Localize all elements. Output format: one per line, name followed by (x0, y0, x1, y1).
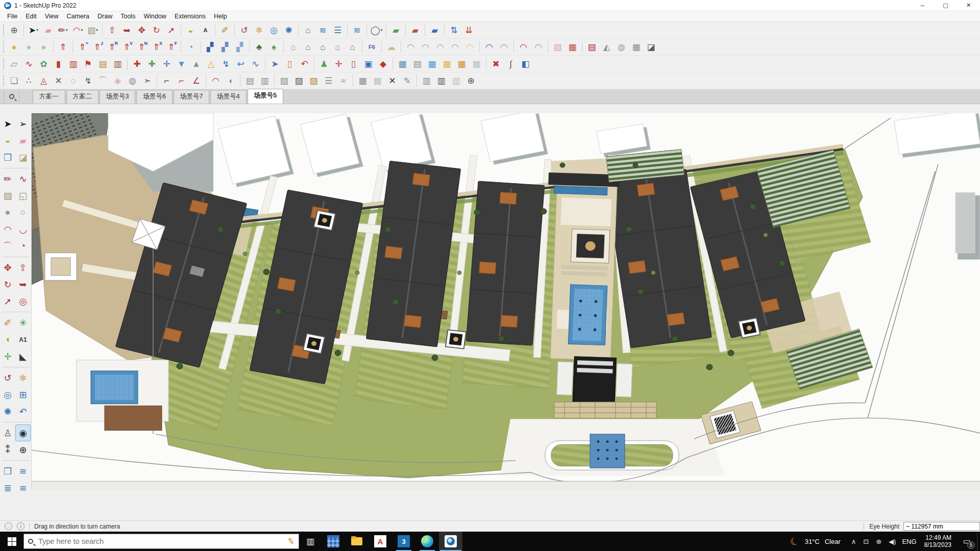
grid-white-icon[interactable]: ▦ (470, 57, 483, 71)
menu-window[interactable]: Window (139, 12, 170, 21)
polygon-tool[interactable]: ○ (15, 204, 31, 221)
waves-tool-icon[interactable]: ≈ (336, 74, 350, 88)
toolbar-drag-handle[interactable] (3, 58, 5, 70)
curve-gray-icon[interactable]: ◠ (497, 40, 511, 54)
lift-f-icon[interactable]: ⇑F (164, 40, 178, 54)
two-point-arc-tool[interactable]: ◡ (15, 221, 31, 238)
arrow-path-icon[interactable]: ➣ (140, 74, 154, 88)
follow-me-icon[interactable]: ➥ (120, 23, 134, 37)
walk-tool[interactable]: ⁑ (0, 441, 15, 458)
maximize-button[interactable]: ▢ (934, 0, 957, 11)
show-desktop-button[interactable] (977, 532, 980, 551)
menu-file[interactable]: File (3, 12, 21, 21)
select-tool[interactable]: ➤ (0, 115, 15, 132)
freehand-tool[interactable]: ∿ (15, 170, 31, 187)
stairs-3d-icon[interactable]: ▤ (410, 57, 424, 71)
component-tool[interactable]: ❒ (0, 149, 15, 166)
zoom-tool[interactable]: ◎ (0, 386, 15, 403)
wave-blue-icon[interactable]: ∿ (249, 57, 262, 71)
curve-blue-icon[interactable]: ◠ (482, 40, 496, 54)
rectangle-icon[interactable]: ▧▾ (86, 23, 100, 37)
tape-measure-icon[interactable]: ✐ (218, 23, 232, 37)
zoom-tool-icon[interactable]: ⊕ (7, 23, 21, 37)
grid-blue-icon[interactable]: ▦ (425, 57, 439, 71)
follow-me-tool[interactable]: ➥ (15, 276, 31, 293)
taskbar-search[interactable]: ✎ (23, 534, 299, 549)
house-5-icon[interactable]: ⌂ (346, 40, 359, 54)
pin-red-icon[interactable]: ✚ (130, 57, 144, 71)
section-cuts-icon[interactable]: ≋ (350, 23, 364, 37)
mesh-flip-icon[interactable]: ↯ (81, 74, 95, 88)
pencil-flat-icon[interactable]: ✎ (400, 74, 414, 88)
ext-terrain-red-icon[interactable]: ▰ (408, 23, 422, 37)
corner-red-icon[interactable]: ⌐ (175, 74, 188, 88)
toolbar-drag-handle[interactable] (3, 41, 5, 53)
angle-red-icon[interactable]: ∠ (189, 74, 203, 88)
minimize-button[interactable]: ─ (911, 0, 934, 11)
gem-red-icon[interactable]: ◆ (376, 57, 390, 71)
pie-tool-icon[interactable]: ◔ (184, 40, 198, 54)
cross-blue-icon[interactable]: ✛ (160, 57, 174, 71)
fence-1-icon[interactable]: ▥ (420, 74, 433, 88)
taskbar-app-sketchup[interactable] (439, 532, 462, 551)
curve-red-icon[interactable]: ◠ (517, 40, 530, 54)
text-tool[interactable]: A1 (15, 331, 31, 348)
comb-tool-icon[interactable]: ☰ (322, 74, 335, 88)
lasso-select-tool[interactable]: ➢ (15, 115, 31, 132)
roof-pink-icon[interactable]: ▧ (551, 40, 565, 54)
robot-green-icon[interactable]: ♟ (317, 57, 331, 71)
orbit-icon[interactable]: ↺ (237, 23, 251, 37)
taskbar-app-3ds-max[interactable]: 3 (392, 532, 415, 551)
section-plane-icon[interactable]: ⌂ (301, 23, 315, 37)
flag-red-icon[interactable]: ⚑ (81, 57, 95, 71)
house-4-icon[interactable]: ⌂ (331, 40, 345, 54)
weather-desc[interactable]: Clear (825, 538, 841, 545)
arc-edit-1-icon[interactable]: ◠ (404, 40, 418, 54)
scene-tab-场景号4[interactable]: 场景号4 (210, 90, 246, 104)
eye-height-input[interactable] (903, 522, 980, 531)
column-chart-icon[interactable]: ▥ (258, 74, 272, 88)
scale-tool[interactable]: ➚ (0, 293, 15, 310)
language-indicator[interactable]: ENG (902, 538, 916, 545)
select-icon[interactable]: ➤▾ (27, 23, 40, 37)
panel-red-icon[interactable]: ▮ (52, 57, 65, 71)
house-1-icon[interactable]: ⌂ (286, 40, 300, 54)
lift-x-icon[interactable]: ⇑X (150, 40, 163, 54)
grid-yellow-icon[interactable]: ▦ (440, 57, 454, 71)
speaker-icon[interactable]: ◀) (889, 538, 896, 545)
section-flip-tool[interactable]: ≋ (15, 463, 31, 480)
note-pages-icon[interactable]: ▱ (7, 57, 21, 71)
menu-extensions[interactable]: Extensions (170, 12, 210, 21)
style-green-icon[interactable]: ● (37, 40, 51, 54)
weather-temp[interactable]: 31°C (805, 538, 820, 545)
scene-tab-场景号7[interactable]: 场景号7 (174, 90, 209, 104)
arc-tool[interactable]: ◠ (0, 221, 15, 238)
scene-tab-场景号3[interactable]: 场景号3 (100, 90, 135, 104)
zoom-previous-tool[interactable]: ↶ (15, 403, 31, 420)
vertex-edit-icon[interactable]: ✕ (52, 74, 65, 88)
tree-dark-icon[interactable]: ♣ (252, 40, 266, 54)
spiral-blue-icon[interactable]: ↯ (219, 57, 233, 71)
offset-tool[interactable]: ◎ (15, 293, 31, 310)
fence-3-icon[interactable]: ▥ (449, 74, 463, 88)
hatch-1-icon[interactable]: ▨ (277, 74, 291, 88)
toolbar-drag-handle[interactable] (3, 24, 5, 36)
section-display-icon[interactable]: ≋ (316, 23, 330, 37)
model-info-icon[interactable]: i (17, 522, 24, 530)
tray-app-icon[interactable]: ⊡ (863, 538, 869, 545)
compass-gray-icon[interactable]: ⊕ (464, 74, 478, 88)
menu-tools[interactable]: Tools (116, 12, 139, 21)
search-input[interactable] (38, 537, 287, 545)
paint-bucket-tool[interactable]: ◒ (0, 132, 15, 149)
menu-help[interactable]: Help (210, 12, 231, 21)
taskbar-app-edge[interactable] (415, 532, 439, 551)
move-axes-tool[interactable]: ✛ (0, 348, 15, 365)
scene-tab-方案一[interactable]: 方案一 (33, 90, 65, 104)
stairs-red-icon[interactable]: ▤ (585, 40, 599, 54)
path-dots-icon[interactable]: ∿ (22, 57, 36, 71)
taskbar-app-grid-app[interactable] (322, 532, 345, 551)
zoom-extents-icon[interactable]: ✺ (282, 23, 296, 37)
x-dark-icon[interactable]: ✕ (385, 74, 399, 88)
fence-2-icon[interactable]: ▥ (434, 74, 448, 88)
toolbar-drag-handle[interactable] (3, 74, 5, 87)
